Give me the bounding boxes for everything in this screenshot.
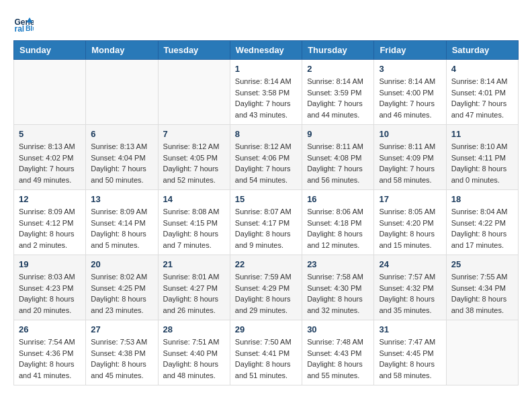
day-number: 18: [451, 194, 513, 204]
logo-icon: Gene ral Blue: [13, 13, 34, 34]
calendar-cell: [14, 60, 86, 125]
weekday-header-friday: Friday: [374, 41, 446, 60]
day-info: Sunrise: 8:13 AMSunset: 4:02 PMDaylight:…: [19, 141, 81, 185]
calendar-cell: [446, 320, 518, 385]
day-number: 2: [307, 64, 369, 74]
day-number: 1: [235, 64, 297, 74]
calendar-cell: 31Sunrise: 7:47 AMSunset: 4:45 PMDayligh…: [374, 320, 446, 385]
day-number: 31: [379, 324, 441, 334]
week-row-4: 19Sunrise: 8:03 AMSunset: 4:23 PMDayligh…: [14, 255, 519, 320]
calendar-cell: 26Sunrise: 7:54 AMSunset: 4:36 PMDayligh…: [14, 320, 86, 385]
calendar-cell: 17Sunrise: 8:05 AMSunset: 4:20 PMDayligh…: [374, 190, 446, 255]
calendar-cell: 9Sunrise: 8:11 AMSunset: 4:08 PMDaylight…: [302, 125, 374, 190]
day-info: Sunrise: 8:14 AMSunset: 4:00 PMDaylight:…: [379, 76, 441, 120]
calendar-cell: 8Sunrise: 8:12 AMSunset: 4:06 PMDaylight…: [230, 125, 302, 190]
day-number: 17: [379, 194, 441, 204]
calendar-cell: 27Sunrise: 7:53 AMSunset: 4:38 PMDayligh…: [86, 320, 158, 385]
day-number: 22: [235, 259, 297, 269]
day-info: Sunrise: 8:07 AMSunset: 4:17 PMDaylight:…: [235, 206, 297, 250]
calendar-cell: 15Sunrise: 8:07 AMSunset: 4:17 PMDayligh…: [230, 190, 302, 255]
weekday-header-row: SundayMondayTuesdayWednesdayThursdayFrid…: [14, 41, 519, 60]
day-info: Sunrise: 7:54 AMSunset: 4:36 PMDaylight:…: [19, 336, 81, 381]
weekday-header-saturday: Saturday: [446, 41, 518, 60]
day-info: Sunrise: 8:03 AMSunset: 4:23 PMDaylight:…: [19, 271, 81, 316]
calendar-cell: 20Sunrise: 8:02 AMSunset: 4:25 PMDayligh…: [86, 255, 158, 320]
calendar-cell: 6Sunrise: 8:13 AMSunset: 4:04 PMDaylight…: [86, 125, 158, 190]
day-info: Sunrise: 8:06 AMSunset: 4:18 PMDaylight:…: [307, 206, 369, 250]
day-info: Sunrise: 8:14 AMSunset: 3:59 PMDaylight:…: [307, 76, 369, 120]
day-number: 12: [19, 194, 81, 204]
day-number: 25: [451, 259, 513, 269]
day-info: Sunrise: 7:59 AMSunset: 4:29 PMDaylight:…: [235, 271, 297, 316]
day-number: 24: [379, 259, 441, 269]
day-info: Sunrise: 8:09 AMSunset: 4:14 PMDaylight:…: [91, 206, 152, 250]
weekday-header-wednesday: Wednesday: [230, 41, 302, 60]
day-info: Sunrise: 8:12 AMSunset: 4:06 PMDaylight:…: [235, 141, 297, 185]
calendar-cell: [158, 60, 230, 125]
day-number: 7: [163, 129, 225, 139]
calendar-cell: 24Sunrise: 7:57 AMSunset: 4:32 PMDayligh…: [374, 255, 446, 320]
day-info: Sunrise: 8:02 AMSunset: 4:25 PMDaylight:…: [91, 271, 152, 316]
weekday-header-sunday: Sunday: [14, 41, 86, 60]
calendar-cell: 7Sunrise: 8:12 AMSunset: 4:05 PMDaylight…: [158, 125, 230, 190]
calendar-cell: 11Sunrise: 8:10 AMSunset: 4:11 PMDayligh…: [446, 125, 518, 190]
day-info: Sunrise: 8:11 AMSunset: 4:09 PMDaylight:…: [379, 141, 441, 185]
calendar-cell: 19Sunrise: 8:03 AMSunset: 4:23 PMDayligh…: [14, 255, 86, 320]
svg-text:ral: ral: [15, 24, 25, 34]
day-info: Sunrise: 7:47 AMSunset: 4:45 PMDaylight:…: [379, 336, 441, 381]
day-number: 4: [451, 64, 513, 74]
calendar-cell: 23Sunrise: 7:58 AMSunset: 4:30 PMDayligh…: [302, 255, 374, 320]
logo: Gene ral Blue: [13, 13, 36, 34]
day-number: 6: [91, 129, 152, 139]
day-info: Sunrise: 7:57 AMSunset: 4:32 PMDaylight:…: [379, 271, 441, 316]
week-row-5: 26Sunrise: 7:54 AMSunset: 4:36 PMDayligh…: [14, 320, 519, 385]
day-info: Sunrise: 8:10 AMSunset: 4:11 PMDaylight:…: [451, 141, 513, 185]
day-number: 23: [307, 259, 369, 269]
day-number: 13: [91, 194, 152, 204]
weekday-header-monday: Monday: [86, 41, 158, 60]
day-info: Sunrise: 8:05 AMSunset: 4:20 PMDaylight:…: [379, 206, 441, 250]
calendar-cell: [86, 60, 158, 125]
day-number: 14: [163, 194, 225, 204]
calendar-cell: 2Sunrise: 8:14 AMSunset: 3:59 PMDaylight…: [302, 60, 374, 125]
day-info: Sunrise: 8:12 AMSunset: 4:05 PMDaylight:…: [163, 141, 225, 185]
calendar-cell: 1Sunrise: 8:14 AMSunset: 3:58 PMDaylight…: [230, 60, 302, 125]
day-info: Sunrise: 7:48 AMSunset: 4:43 PMDaylight:…: [307, 336, 369, 381]
calendar-cell: 14Sunrise: 8:08 AMSunset: 4:15 PMDayligh…: [158, 190, 230, 255]
weekday-header-thursday: Thursday: [302, 41, 374, 60]
calendar-cell: 5Sunrise: 8:13 AMSunset: 4:02 PMDaylight…: [14, 125, 86, 190]
day-info: Sunrise: 8:11 AMSunset: 4:08 PMDaylight:…: [307, 141, 369, 185]
day-number: 8: [235, 129, 297, 139]
day-number: 11: [451, 129, 513, 139]
calendar-cell: 4Sunrise: 8:14 AMSunset: 4:01 PMDaylight…: [446, 60, 518, 125]
calendar-cell: 22Sunrise: 7:59 AMSunset: 4:29 PMDayligh…: [230, 255, 302, 320]
day-number: 21: [163, 259, 225, 269]
week-row-3: 12Sunrise: 8:09 AMSunset: 4:12 PMDayligh…: [14, 190, 519, 255]
day-info: Sunrise: 8:04 AMSunset: 4:22 PMDaylight:…: [451, 206, 513, 250]
calendar-cell: 28Sunrise: 7:51 AMSunset: 4:40 PMDayligh…: [158, 320, 230, 385]
day-info: Sunrise: 7:51 AMSunset: 4:40 PMDaylight:…: [163, 336, 225, 381]
day-number: 30: [307, 324, 369, 334]
day-number: 26: [19, 324, 81, 334]
calendar-cell: 29Sunrise: 7:50 AMSunset: 4:41 PMDayligh…: [230, 320, 302, 385]
day-number: 27: [91, 324, 152, 334]
calendar-cell: 18Sunrise: 8:04 AMSunset: 4:22 PMDayligh…: [446, 190, 518, 255]
calendar-cell: 30Sunrise: 7:48 AMSunset: 4:43 PMDayligh…: [302, 320, 374, 385]
day-number: 15: [235, 194, 297, 204]
calendar-table: SundayMondayTuesdayWednesdayThursdayFrid…: [13, 40, 519, 385]
day-number: 20: [91, 259, 152, 269]
day-number: 5: [19, 129, 81, 139]
day-number: 3: [379, 64, 441, 74]
calendar-cell: 16Sunrise: 8:06 AMSunset: 4:18 PMDayligh…: [302, 190, 374, 255]
calendar-body: 1Sunrise: 8:14 AMSunset: 3:58 PMDaylight…: [14, 60, 519, 385]
week-row-2: 5Sunrise: 8:13 AMSunset: 4:02 PMDaylight…: [14, 125, 519, 190]
day-info: Sunrise: 8:13 AMSunset: 4:04 PMDaylight:…: [91, 141, 152, 185]
calendar-cell: 12Sunrise: 8:09 AMSunset: 4:12 PMDayligh…: [14, 190, 86, 255]
day-info: Sunrise: 8:14 AMSunset: 4:01 PMDaylight:…: [451, 76, 513, 120]
weekday-header-tuesday: Tuesday: [158, 41, 230, 60]
svg-text:Blue: Blue: [26, 24, 34, 32]
calendar-cell: 10Sunrise: 8:11 AMSunset: 4:09 PMDayligh…: [374, 125, 446, 190]
day-info: Sunrise: 8:01 AMSunset: 4:27 PMDaylight:…: [163, 271, 225, 316]
day-number: 19: [19, 259, 81, 269]
day-info: Sunrise: 7:50 AMSunset: 4:41 PMDaylight:…: [235, 336, 297, 381]
